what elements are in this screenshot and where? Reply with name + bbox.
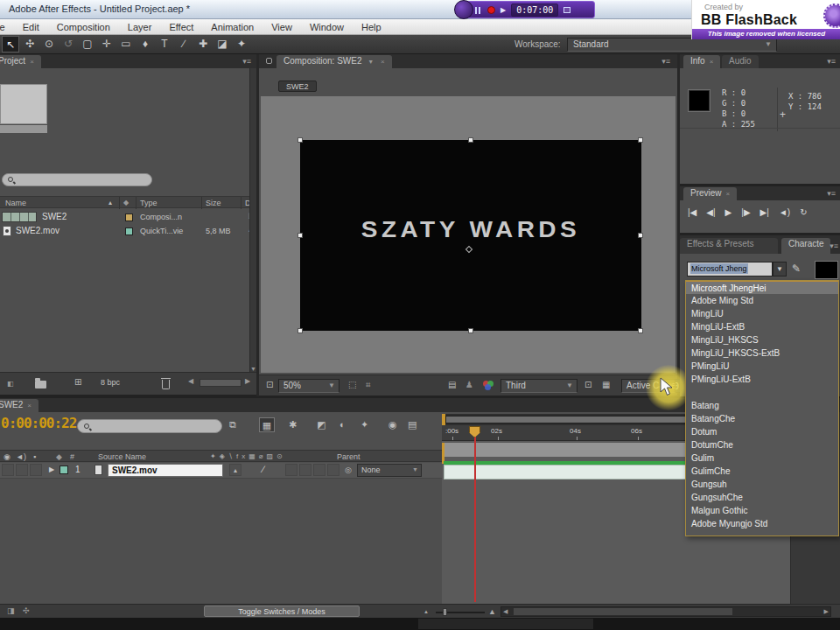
label-color-swatch[interactable] — [125, 228, 133, 235]
scroll-right-icon[interactable]: ▶ — [245, 377, 250, 385]
rotation-tool-icon[interactable]: ↺ — [60, 36, 77, 52]
timeline-hscrollbar[interactable]: ◀ ▶ — [500, 606, 831, 617]
font-option[interactable]: Adobe Myungjo Std — [686, 517, 838, 530]
composition-viewer[interactable]: SZATY WARDS — [261, 96, 676, 373]
toggle-switches-modes-button[interactable]: Toggle Switches / Modes — [204, 606, 360, 617]
channel-icon[interactable] — [483, 381, 495, 391]
fill-color-swatch[interactable] — [815, 261, 838, 279]
motion-blur-switch[interactable] — [313, 464, 326, 476]
tab-audio[interactable]: Audio — [722, 55, 759, 68]
font-option[interactable]: Gulim — [686, 452, 838, 465]
menu-help[interactable]: Help — [353, 20, 390, 34]
panel-menu-icon[interactable]: ▾≡ — [242, 57, 251, 66]
parent-column[interactable]: Parent — [337, 452, 360, 461]
font-option[interactable]: DotumChe — [686, 438, 838, 452]
pen-tool-icon[interactable]: ♦ — [136, 36, 154, 52]
hscrollbar-thumb[interactable] — [514, 608, 732, 615]
timeline-search-input[interactable] — [77, 419, 222, 433]
close-icon[interactable]: × — [27, 402, 32, 410]
font-option[interactable]: MingLiU-ExtB — [686, 320, 838, 333]
quality-switch[interactable]: ▴ — [229, 464, 242, 476]
close-icon[interactable]: × — [30, 58, 34, 66]
minimize-icon[interactable] — [564, 7, 570, 13]
3d-switch[interactable] — [327, 464, 340, 476]
auto-keyframe-icon[interactable]: ◉ — [388, 419, 397, 430]
menu-animation[interactable]: Animation — [202, 20, 262, 34]
record-icon[interactable] — [487, 6, 495, 14]
project-row-swe2[interactable]: SWE2 Composi...n ⚿ — [0, 210, 249, 224]
project-search-input[interactable] — [2, 173, 152, 186]
effect-switch[interactable] — [285, 464, 298, 476]
mask-visibility-icon[interactable]: ⌗ — [366, 380, 371, 390]
menu-layer[interactable]: Layer — [119, 20, 161, 34]
current-time-indicator[interactable] — [474, 426, 476, 602]
panel-menu-icon[interactable]: ▾≡ — [830, 242, 838, 250]
audio-switch[interactable] — [16, 464, 28, 476]
magnification-select[interactable]: 50%▼ — [278, 379, 340, 393]
next-frame-button[interactable]: |▶ — [741, 207, 750, 217]
close-icon[interactable]: × — [710, 58, 714, 66]
selection-handle[interactable] — [298, 328, 303, 333]
selection-handle[interactable] — [468, 137, 473, 143]
project-column-headers[interactable]: Name ▴ ◆ Type Size Du — [0, 196, 249, 208]
resolution-select[interactable]: Third▼ — [500, 379, 578, 393]
graph-editor-icon[interactable]: ▤ — [408, 419, 416, 430]
previous-frame-button[interactable]: ◀| — [706, 207, 715, 217]
tab-preview[interactable]: Preview× — [683, 187, 737, 200]
layer-label-swatch[interactable] — [60, 466, 68, 474]
layer-row-1[interactable]: ▶ 1 SWE2.mov ▴ ∕ ◎ None ▼ — [0, 463, 442, 479]
menu-file[interactable]: File — [0, 20, 14, 34]
font-option[interactable]: MingLiU — [686, 307, 838, 320]
zoom-slider-thumb[interactable] — [443, 608, 447, 616]
font-option[interactable]: Gungsuh — [686, 478, 838, 491]
font-option[interactable]: BatangChe — [686, 412, 838, 425]
font-option[interactable]: Dotum — [686, 425, 838, 438]
frame-blend-switch[interactable] — [299, 464, 312, 476]
panel-menu-icon[interactable]: ▾≡ — [662, 57, 670, 66]
always-preview-icon[interactable]: ⊡ — [266, 380, 273, 389]
hand-tool-icon[interactable]: ✣ — [21, 36, 38, 52]
frame-blending-icon[interactable]: ◩ — [317, 419, 326, 430]
selection-handle[interactable] — [638, 233, 643, 238]
layer-name-input[interactable]: SWE2.mov — [108, 464, 223, 477]
timeline-column-headers[interactable]: ◉ ◄) ▪ ◆ # Source Name ✦◈∖fx▦⌀▨⊙ Parent — [0, 450, 442, 462]
panel-menu-icon[interactable]: ▾≡ — [827, 57, 836, 66]
zoom-tool-icon[interactable]: ⊙ — [40, 36, 58, 52]
font-option[interactable]: GungsuhChe — [686, 491, 838, 504]
composition-mini-flowchart-icon[interactable]: ⧉ — [229, 419, 236, 430]
zoom-in-mountain-icon[interactable]: ▲ — [488, 607, 496, 616]
parent-pickwhip-icon[interactable]: ◎ — [345, 466, 352, 474]
type-tool-icon[interactable]: T — [156, 36, 173, 52]
audio-button[interactable]: ◄) — [779, 207, 790, 217]
safe-margins-icon[interactable]: ⬚ — [348, 380, 356, 389]
tab-timeline-swe2[interactable]: SWE2× — [0, 399, 38, 412]
selection-tool-icon[interactable]: ↖ — [2, 36, 19, 52]
font-option[interactable]: PMingLiU — [686, 360, 838, 373]
play-button[interactable]: ▶ — [725, 207, 732, 217]
anchor-point-icon[interactable] — [466, 246, 472, 253]
source-name-column[interactable]: Source Name — [98, 452, 146, 461]
tab-project[interactable]: Project× — [0, 55, 41, 68]
font-family-input[interactable]: Microsoft Jheng — [687, 262, 773, 276]
panel-menu-icon[interactable]: ▾≡ — [827, 189, 836, 198]
font-dropdown-arrow[interactable]: ▼ — [773, 262, 787, 276]
hide-shy-layers-icon[interactable]: ✱ — [289, 419, 297, 430]
puppet-pin-tool-icon[interactable]: ✦ — [233, 36, 250, 52]
font-option[interactable]: Microsoft JhengHei — [686, 281, 838, 294]
h-scrollbar-thumb[interactable] — [200, 379, 242, 387]
timeline-timecode[interactable]: 0:00:00:22 — [1, 415, 76, 431]
menu-composition[interactable]: Composition — [48, 20, 119, 34]
zoom-out-mountain-icon[interactable]: ▲ — [424, 609, 429, 614]
quality-slash-icon[interactable]: ∕ — [262, 464, 264, 474]
tab-effects-presets[interactable]: Effects & Presets — [680, 238, 778, 254]
close-icon[interactable]: × — [381, 58, 385, 66]
scroll-left-icon[interactable]: ◀ — [503, 608, 508, 615]
selection-handle[interactable] — [298, 233, 303, 238]
menu-effect[interactable]: Effect — [160, 20, 202, 34]
twirl-arrow-icon[interactable]: ▶ — [49, 466, 54, 473]
new-composition-icon[interactable]: ⊞ — [74, 377, 81, 387]
project-row-swe2mov[interactable]: SWE2.mov QuickTi...vie 5,8 MB ▴ — [0, 224, 249, 238]
work-area-start-bracket[interactable] — [442, 414, 445, 425]
snapshot-icon[interactable]: ▤ — [448, 380, 456, 389]
draft-3d-icon[interactable]: ▦ — [259, 417, 275, 432]
